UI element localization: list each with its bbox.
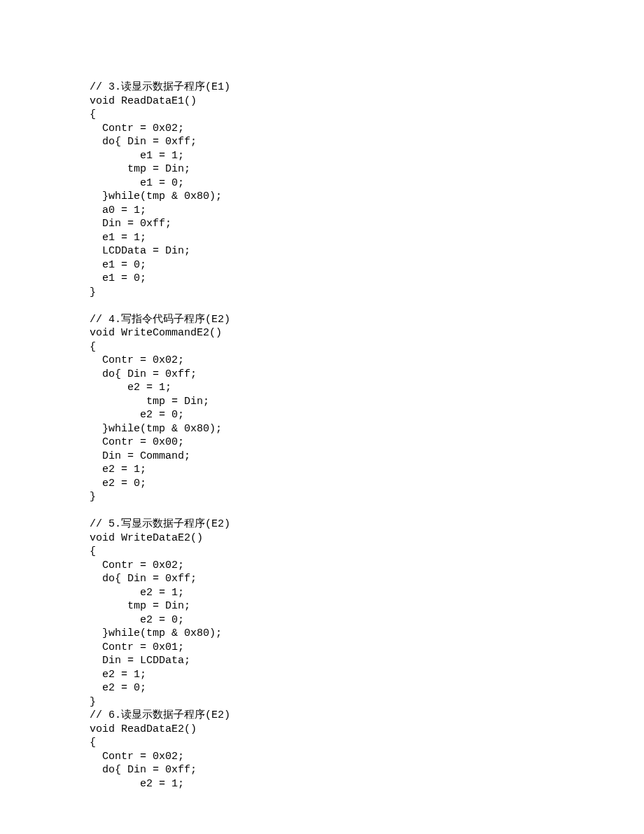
code-block: // 3.读显示数据子程序(E1) void ReadDataE1() { Co… [90,81,644,791]
document-page: // 3.读显示数据子程序(E1) void ReadDataE1() { Co… [0,0,644,791]
